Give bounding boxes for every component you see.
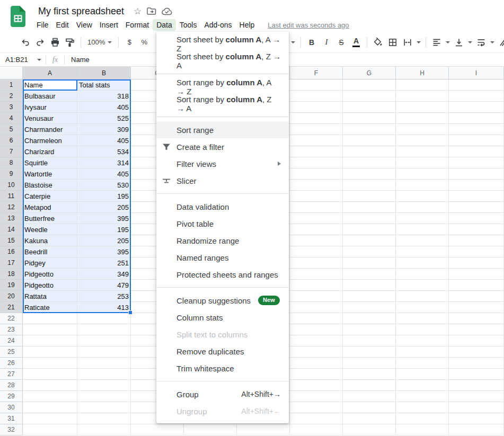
menubar-item-insert[interactable]: Insert <box>96 19 122 31</box>
cell-b30[interactable] <box>77 402 131 413</box>
cell-g32[interactable] <box>343 424 396 435</box>
row-header-30[interactable]: 30 <box>0 402 23 413</box>
cell-g20[interactable] <box>343 291 396 302</box>
cell-i2[interactable] <box>449 91 504 102</box>
cell-b25[interactable] <box>77 346 131 358</box>
cell-c32[interactable] <box>131 424 184 435</box>
cell-f11[interactable] <box>290 191 343 202</box>
cell-h16[interactable] <box>396 246 449 257</box>
cell-h17[interactable] <box>396 257 449 269</box>
cell-h10[interactable] <box>396 180 449 191</box>
cell-f28[interactable] <box>290 380 343 391</box>
row-header-3[interactable]: 3 <box>0 102 23 113</box>
cell-a10[interactable]: Blastoise <box>23 180 77 191</box>
cell-f12[interactable] <box>290 202 343 213</box>
menubar-item-help[interactable]: Help <box>236 19 259 31</box>
cell-f20[interactable] <box>290 291 343 302</box>
cell-a16[interactable]: Beedrill <box>23 246 77 257</box>
cell-g31[interactable] <box>343 413 396 424</box>
cell-h2[interactable] <box>396 91 449 102</box>
column-header-g[interactable]: G <box>343 67 396 79</box>
cell-i14[interactable] <box>449 224 504 235</box>
cell-h8[interactable] <box>396 157 449 168</box>
text-rotation-button[interactable] <box>496 35 504 50</box>
cell-g8[interactable] <box>343 157 396 168</box>
cell-a6[interactable]: Charmeleon <box>23 135 77 146</box>
cell-h6[interactable] <box>396 135 449 146</box>
cell-f3[interactable] <box>290 102 343 113</box>
strikethrough-button[interactable]: S <box>334 35 349 50</box>
cell-b26[interactable] <box>77 358 131 369</box>
cell-i19[interactable] <box>449 280 504 291</box>
cell-h1[interactable] <box>396 79 449 91</box>
cell-a15[interactable]: Kakuna <box>23 235 77 246</box>
cell-f26[interactable] <box>290 358 343 369</box>
menu-item-sort-range-by-column-a-z-a[interactable]: Sort range by column A, Z → A <box>156 95 289 112</box>
cell-i24[interactable] <box>449 335 504 346</box>
cell-h18[interactable] <box>396 269 449 280</box>
menubar-item-format[interactable]: Format <box>122 19 153 31</box>
cell-i6[interactable] <box>449 135 504 146</box>
cell-b22[interactable] <box>77 313 131 324</box>
cell-i12[interactable] <box>449 202 504 213</box>
row-header-22[interactable]: 22 <box>0 313 23 324</box>
cell-h19[interactable] <box>396 280 449 291</box>
cell-b20[interactable]: 253 <box>77 291 131 302</box>
cell-a19[interactable]: Pidgeotto <box>23 280 77 291</box>
cell-g28[interactable] <box>343 380 396 391</box>
cell-i32[interactable] <box>449 424 504 435</box>
cell-a9[interactable]: Wartortle <box>23 168 77 180</box>
cell-g6[interactable] <box>343 135 396 146</box>
cell-g9[interactable] <box>343 168 396 180</box>
cell-i8[interactable] <box>449 157 504 168</box>
cell-h9[interactable] <box>396 168 449 180</box>
cell-g23[interactable] <box>343 324 396 335</box>
sheets-logo-icon[interactable] <box>11 6 25 27</box>
cell-b28[interactable] <box>77 380 131 391</box>
cell-a23[interactable] <box>23 324 77 335</box>
cell-g1[interactable] <box>343 79 396 91</box>
cell-d32[interactable] <box>184 424 237 435</box>
cell-f19[interactable] <box>290 280 343 291</box>
cell-h26[interactable] <box>396 358 449 369</box>
cell-i10[interactable] <box>449 180 504 191</box>
cell-b3[interactable]: 405 <box>77 102 131 113</box>
cell-f21[interactable] <box>290 302 343 313</box>
cell-h14[interactable] <box>396 224 449 235</box>
menubar-item-view[interactable]: View <box>73 19 96 31</box>
cell-h5[interactable] <box>396 124 449 135</box>
cell-f30[interactable] <box>290 402 343 413</box>
cell-g22[interactable] <box>343 313 396 324</box>
zoom-select[interactable]: 100% <box>84 38 115 46</box>
row-header-24[interactable]: 24 <box>0 335 23 346</box>
cell-h24[interactable] <box>396 335 449 346</box>
cell-i17[interactable] <box>449 257 504 269</box>
row-header-16[interactable]: 16 <box>0 246 23 257</box>
cell-f16[interactable] <box>290 246 343 257</box>
cell-i21[interactable] <box>449 302 504 313</box>
cell-a17[interactable]: Pidgey <box>23 257 77 269</box>
cell-g30[interactable] <box>343 402 396 413</box>
menu-item-remove-duplicates[interactable]: Remove duplicates <box>156 343 289 360</box>
cell-f9[interactable] <box>290 168 343 180</box>
row-header-23[interactable]: 23 <box>0 324 23 335</box>
menubar-item-file[interactable]: File <box>33 19 52 31</box>
menu-item-group[interactable]: GroupAlt+Shift+→ <box>156 386 289 403</box>
menu-item-filter-views[interactable]: Filter views <box>156 155 289 172</box>
cell-a8[interactable]: Squirtle <box>23 157 77 168</box>
cell-a20[interactable]: Rattata <box>23 291 77 302</box>
name-box[interactable]: A1:B21 <box>0 56 46 64</box>
cell-f6[interactable] <box>290 135 343 146</box>
cell-h11[interactable] <box>396 191 449 202</box>
cell-a2[interactable]: Bulbasaur <box>23 91 77 102</box>
paint-format-button[interactable] <box>63 35 77 50</box>
vertical-align-caret[interactable] <box>466 35 474 50</box>
cell-a26[interactable] <box>23 358 77 369</box>
move-to-folder-icon[interactable] <box>147 7 156 15</box>
row-header-20[interactable]: 20 <box>0 291 23 302</box>
cell-f4[interactable] <box>290 113 343 124</box>
row-header-17[interactable]: 17 <box>0 257 23 269</box>
cell-f32[interactable] <box>290 424 343 435</box>
cell-a25[interactable] <box>23 346 77 358</box>
cell-g4[interactable] <box>343 113 396 124</box>
